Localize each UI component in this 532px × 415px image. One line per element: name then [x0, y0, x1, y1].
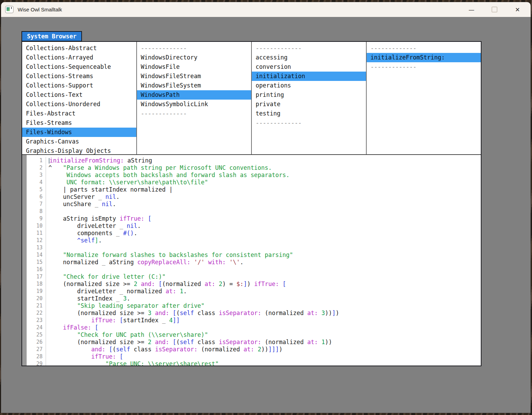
code-line-text: ^self]. [46, 237, 102, 244]
code-line-text: "Normalize forward slashes to backslashe… [46, 251, 293, 259]
list-item[interactable]: WindowsFileStream [137, 72, 251, 81]
pane-message-categories[interactable]: -------------accessingconversioninitiali… [252, 42, 367, 154]
code-line: 13 [27, 244, 481, 251]
code-line-text: uncServer _ nil. [46, 193, 120, 201]
list-separator: ------------- [252, 44, 366, 53]
pane-messages[interactable]: -------------initializeFromString:------… [367, 42, 481, 154]
line-number: 1 [27, 157, 46, 164]
list-item[interactable]: testing [252, 109, 366, 118]
pane-classes[interactable]: -------------WindowsDirectoryWindowsFile… [137, 42, 252, 154]
code-line: 3 Windows accepts both backslash and for… [27, 172, 481, 179]
code-line-text: "Check for drive letter (C:)" [46, 273, 166, 280]
line-number: 7 [27, 201, 46, 208]
minimize-button[interactable]: — [468, 6, 475, 13]
list-item[interactable]: operations [252, 81, 366, 90]
line-number: 25 [27, 331, 46, 339]
app-icon [5, 6, 13, 13]
list-item[interactable]: WindowsSymbolicLink [137, 100, 251, 109]
code-line: 21 "Skip leading separator after drive" [27, 302, 481, 310]
list-item[interactable]: accessing [252, 53, 366, 62]
list-item[interactable]: Graphics-Canvas [22, 137, 136, 146]
system-browser-window: Collections-AbstractCollections-ArrayedC… [21, 41, 481, 366]
line-number: 19 [27, 288, 46, 295]
line-number: 12 [27, 237, 46, 244]
line-number: 9 [27, 215, 46, 222]
line-number: 18 [27, 280, 46, 288]
close-button[interactable]: ✕ [514, 6, 521, 13]
code-line: 5 | parts startIndex normalized | [27, 186, 481, 193]
line-number: 22 [27, 310, 46, 317]
code-line-text: "Check for UNC path (\\server\share)" [46, 331, 208, 339]
list-item[interactable]: Graphics-Display Objects [22, 146, 136, 154]
code-line-text: ifTrue: [ [46, 353, 123, 360]
code-line-text: initializeFromString: aString [46, 157, 152, 164]
list-item[interactable]: printing [252, 90, 366, 100]
code-line: 2^ "Parse a Windows path string per Micr… [27, 164, 481, 172]
code-line-text: UNC format: \\server\share\path\to\file" [46, 179, 208, 186]
line-number: 11 [27, 230, 46, 237]
pane-class-categories[interactable]: Collections-AbstractCollections-ArrayedC… [22, 42, 137, 154]
line-number: 16 [27, 266, 46, 273]
list-item[interactable]: initialization [252, 72, 366, 81]
title-bar: Wise Owl Smalltalk —✕ [1, 2, 531, 17]
code-line-text [46, 266, 49, 273]
code-line-text: ifFalse: [ [46, 324, 98, 331]
list-item[interactable]: WindowsFile [137, 62, 251, 72]
code-line-text [46, 244, 49, 251]
list-separator: ------------- [252, 118, 366, 128]
line-number: 15 [27, 259, 46, 266]
list-item[interactable]: Collections-Text [22, 90, 136, 100]
code-line: 26 (normalized size >= 2 and: [(self cla… [27, 339, 481, 346]
list-item[interactable]: WindowsFileSystem [137, 81, 251, 90]
code-line-text: "Skip leading separator after drive" [46, 302, 204, 310]
code-line: 19 driveLetter _ normalized at: 1. [27, 288, 481, 295]
code-line-text: "Parse UNC: \\server\share\rest" [46, 360, 219, 366]
list-item[interactable]: Collections-Support [22, 81, 136, 90]
line-number: 27 [27, 346, 46, 353]
list-item[interactable]: Files-Windows [22, 128, 136, 137]
line-number: 5 [27, 186, 46, 193]
code-line: 28 ifTrue: [ [27, 353, 481, 360]
list-item[interactable]: Files-Streams [22, 118, 136, 128]
code-line-text: components _ #(). [46, 230, 137, 237]
code-line: 18 (normalized size >= 2 and: [(normaliz… [27, 280, 481, 288]
code-line: 1initializeFromString: aString [27, 157, 481, 164]
app-window: Wise Owl Smalltalk —✕ System Browser Col… [1, 2, 531, 413]
code-line: 9 aString isEmpty ifTrue: [ [27, 215, 481, 222]
list-item[interactable]: Collections-Streams [22, 72, 136, 81]
system-browser-tab[interactable]: System Browser [21, 31, 82, 42]
line-number: 29 [27, 360, 46, 366]
list-item[interactable]: initializeFromString: [367, 53, 481, 62]
maximize-button[interactable] [492, 7, 497, 12]
code-line-text: uncShare _ nil. [46, 201, 116, 208]
list-item[interactable]: Collections-Arrayed [22, 53, 136, 62]
line-number: 20 [27, 295, 46, 302]
line-number: 13 [27, 244, 46, 251]
line-number: 23 [27, 317, 46, 324]
list-item[interactable]: WindowsDirectory [137, 53, 251, 62]
list-item[interactable]: Collections-Sequenceable [22, 62, 136, 72]
code-line: 27 and: [(self class isSeparator: (norma… [27, 346, 481, 353]
line-number: 6 [27, 193, 46, 201]
list-item[interactable]: WindowsPath [137, 90, 251, 100]
list-item[interactable]: Files-Abstract [22, 109, 136, 118]
list-separator: ------------- [137, 109, 251, 118]
code-line: 22 (normalized size >= 3 and: [(self cla… [27, 310, 481, 317]
list-separator: ------------- [367, 44, 481, 53]
line-number: 26 [27, 339, 46, 346]
code-line-text: ifTrue: [startIndex _ 4]] [46, 317, 180, 324]
list-item[interactable]: Collections-Abstract [22, 44, 136, 53]
code-line: 16 [27, 266, 481, 273]
code-line-text: Windows accepts both backslash and forwa… [46, 172, 290, 179]
code-editor[interactable]: 1initializeFromString: aString2^ "Parse … [27, 155, 481, 366]
code-line: 25 "Check for UNC path (\\server\share)" [27, 331, 481, 339]
list-item[interactable]: conversion [252, 62, 366, 72]
code-line: 8 [27, 208, 481, 215]
code-line-text: | parts startIndex normalized | [46, 186, 173, 193]
smalltalk-desktop: System Browser Collections-AbstractColle… [1, 17, 531, 413]
code-line: 15 normalized _ aString copyReplaceAll: … [27, 259, 481, 266]
list-item[interactable]: private [252, 100, 366, 109]
code-line: 23 ifTrue: [startIndex _ 4]] [27, 317, 481, 324]
line-number: 4 [27, 179, 46, 186]
list-item[interactable]: Collections-Unordered [22, 100, 136, 109]
